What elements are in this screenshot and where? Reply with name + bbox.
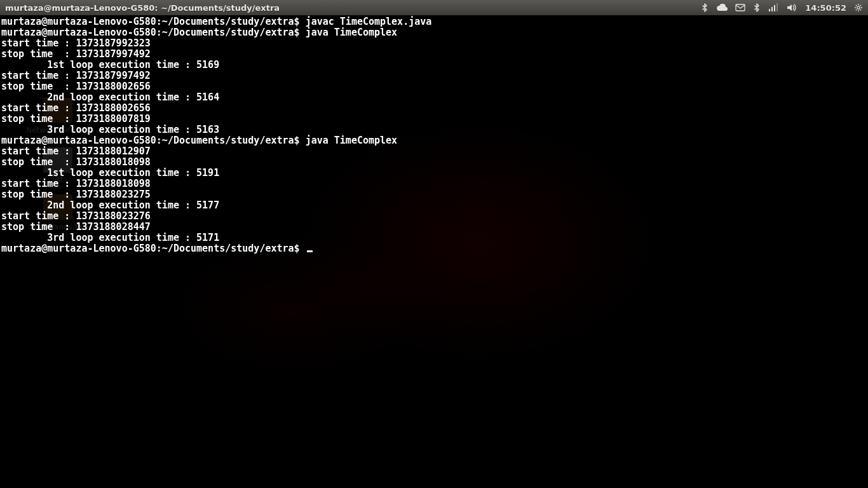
terminal-line: 2nd loop execution time : 5177 <box>1 200 867 211</box>
window-titlebar: murtaza@murtaza-Lenovo-G580: ~/Documents… <box>0 0 868 15</box>
terminal-line: stop time : 1373188002656 <box>1 81 867 92</box>
volume-icon[interactable] <box>786 3 797 12</box>
terminal-line: stop time : 1373188018098 <box>1 157 867 168</box>
terminal-line: start time : 1373187997492 <box>1 71 867 81</box>
terminal-line: 1st loop execution time : 5169 <box>1 60 867 71</box>
svg-rect-4 <box>776 3 778 11</box>
terminal-output[interactable]: murtaza@murtaza-Lenovo-G580:~/Documents/… <box>0 15 868 255</box>
terminal-line: 3rd loop execution time : 5171 <box>1 233 867 243</box>
terminal-line: murtaza@murtaza-Lenovo-G580:~/Documents/… <box>1 17 867 27</box>
terminal-line: stop time : 1373188007819 <box>1 114 867 125</box>
cloud-icon[interactable] <box>716 4 728 11</box>
gear-icon[interactable] <box>854 3 863 12</box>
clock[interactable]: 14:50:52 <box>805 3 846 13</box>
terminal-line: stop time : 1373188028447 <box>1 222 867 233</box>
terminal-line: start time : 1373188023276 <box>1 211 867 222</box>
svg-rect-3 <box>774 5 775 11</box>
terminal-line: start time : 1373187992323 <box>1 38 867 49</box>
terminal-line: stop time : 1373187997492 <box>1 49 867 60</box>
bluetooth-icon-2[interactable] <box>753 3 761 12</box>
bluetooth-icon[interactable] <box>701 3 709 12</box>
svg-rect-0 <box>736 4 745 11</box>
terminal-line: start time : 1373188012907 <box>1 146 867 157</box>
terminal-cursor <box>307 250 313 252</box>
terminal-window[interactable]: Network Servers list commands.tar murtaz… <box>0 15 868 488</box>
svg-rect-1 <box>769 9 770 11</box>
terminal-line: 3rd loop execution time : 5163 <box>1 125 867 135</box>
terminal-line: 2nd loop execution time : 5164 <box>1 92 867 103</box>
svg-rect-2 <box>771 7 773 11</box>
window-title: murtaza@murtaza-Lenovo-G580: ~/Documents… <box>5 3 280 13</box>
terminal-line: start time : 1373188018098 <box>1 179 867 189</box>
network-icon[interactable] <box>768 3 778 12</box>
terminal-line: start time : 1373188002656 <box>1 103 867 114</box>
terminal-line: murtaza@murtaza-Lenovo-G580:~/Documents/… <box>1 243 867 254</box>
terminal-line: murtaza@murtaza-Lenovo-G580:~/Documents/… <box>1 135 867 146</box>
mail-icon[interactable] <box>735 4 745 11</box>
system-indicators: 14:50:52 <box>701 3 863 13</box>
terminal-line: murtaza@murtaza-Lenovo-G580:~/Documents/… <box>1 27 867 38</box>
terminal-line: stop time : 1373188023275 <box>1 189 867 200</box>
terminal-line: 1st loop execution time : 5191 <box>1 168 867 179</box>
svg-point-5 <box>857 6 860 9</box>
